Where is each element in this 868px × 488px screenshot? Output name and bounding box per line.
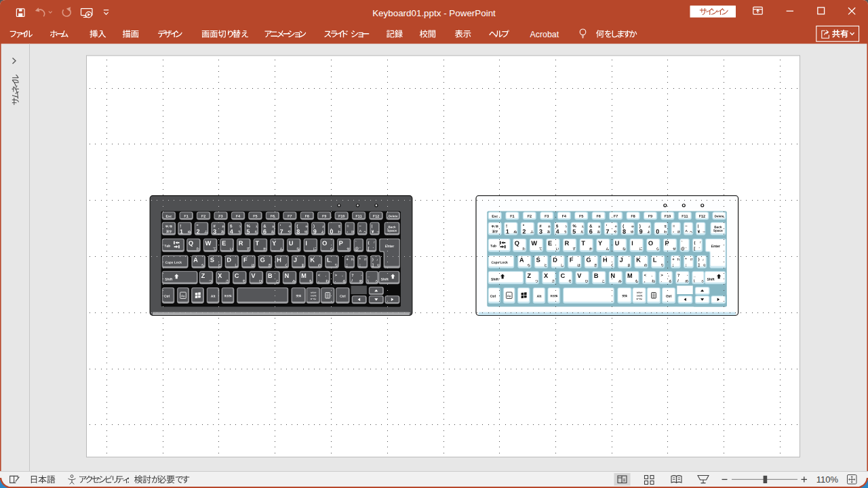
svg-text:110%: 110%: [816, 474, 839, 485]
svg-text:Keyboard01.pptx - PowerPoint: Keyboard01.pptx - PowerPoint: [372, 8, 496, 18]
svg-text:Acrobat: Acrobat: [530, 30, 559, 39]
